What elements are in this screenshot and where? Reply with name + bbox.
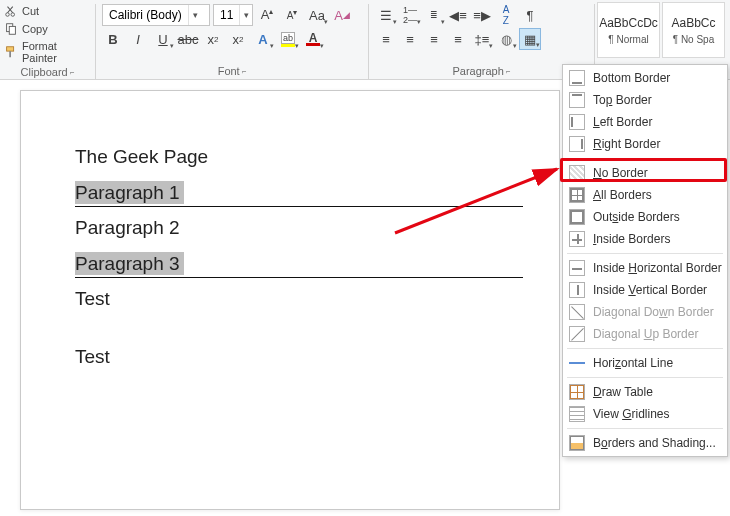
bottom-border-icon <box>569 70 585 86</box>
paintbrush-icon <box>4 45 18 59</box>
menu-right-border[interactable]: Right Border <box>563 133 727 155</box>
decrease-indent-button[interactable]: ◀≡ <box>447 4 469 26</box>
clear-formatting-button[interactable]: A◢ <box>331 4 353 26</box>
align-center-button[interactable]: ≡ <box>399 28 421 50</box>
increase-indent-button[interactable]: ≡▶ <box>471 4 493 26</box>
shrink-font-button[interactable]: A▾ <box>281 4 303 26</box>
borders-shading-icon <box>569 435 585 451</box>
menu-inside-horizontal[interactable]: Inside Horizontal Border <box>563 257 727 279</box>
horizontal-line-icon <box>569 355 585 371</box>
paragraph-group: ☰▾ 1—2—▾ ≣▾ ◀≡ ≡▶ AZ ¶ ≡ ≡ ≡ ≡ ‡≡▾ ◍▾ ▦▾… <box>369 0 594 79</box>
style-normal[interactable]: AaBbCcDc ¶ Normal <box>597 2 660 58</box>
diagonal-up-icon <box>569 326 585 342</box>
right-border-icon <box>569 136 585 152</box>
svg-rect-4 <box>7 47 14 51</box>
multilevel-list-button[interactable]: ≣▾ <box>423 4 445 26</box>
copy-label: Copy <box>22 23 48 35</box>
strikethrough-button[interactable]: abc <box>177 28 199 50</box>
style-preview: AaBbCc <box>671 16 715 30</box>
top-border-icon <box>569 92 585 108</box>
borders-button[interactable]: ▦▾ <box>519 28 541 50</box>
bold-button[interactable]: B <box>102 28 124 50</box>
style-name: ¶ Normal <box>608 34 648 45</box>
menu-diagonal-up: Diagonal Up Border <box>563 323 727 345</box>
svg-point-1 <box>11 13 15 17</box>
font-group-label: Font ⌐ <box>102 65 362 79</box>
font-size-value: 11 <box>214 8 239 22</box>
format-painter-label: Format Painter <box>22 40 91 64</box>
all-borders-icon <box>569 187 585 203</box>
format-painter-button[interactable]: Format Painter <box>4 38 91 66</box>
align-left-button[interactable]: ≡ <box>375 28 397 50</box>
font-color-button[interactable]: A▾ <box>302 28 324 50</box>
text-effects-button[interactable]: A▾ <box>252 28 274 50</box>
scissors-icon <box>4 4 18 18</box>
justify-button[interactable]: ≡ <box>447 28 469 50</box>
line-spacing-button[interactable]: ‡≡▾ <box>471 28 493 50</box>
document-page[interactable]: The Geek Page Paragraph 1 Paragraph 2 Pa… <box>20 90 560 510</box>
test-1: Test <box>75 288 523 310</box>
inside-vertical-icon <box>569 282 585 298</box>
grow-font-button[interactable]: A▴ <box>256 4 278 26</box>
chevron-down-icon[interactable]: ▾ <box>239 5 252 25</box>
font-name-value: Calibri (Body) <box>103 8 188 22</box>
svg-rect-5 <box>9 51 11 57</box>
borders-dropdown-menu: Bottom Border Top Border Left Border Rig… <box>562 64 728 457</box>
menu-all-borders[interactable]: All Borders <box>563 184 727 206</box>
menu-inside-borders[interactable]: Inside Borders <box>563 228 727 250</box>
superscript-button[interactable]: x2 <box>227 28 249 50</box>
inside-horizontal-icon <box>569 260 585 276</box>
gridlines-icon <box>569 406 585 422</box>
shading-button[interactable]: ◍▾ <box>495 28 517 50</box>
svg-rect-3 <box>9 26 15 34</box>
show-marks-button[interactable]: ¶ <box>519 4 541 26</box>
para-3: Paragraph 3 <box>75 253 523 275</box>
numbering-button[interactable]: 1—2—▾ <box>399 4 421 26</box>
menu-draw-table[interactable]: Draw Table <box>563 381 727 403</box>
menu-borders-shading[interactable]: Borders and Shading... <box>563 432 727 454</box>
copy-icon <box>4 22 18 36</box>
bullets-button[interactable]: ☰▾ <box>375 4 397 26</box>
svg-point-0 <box>6 13 10 17</box>
style-name: ¶ No Spa <box>673 34 715 45</box>
menu-view-gridlines[interactable]: View Gridlines <box>563 403 727 425</box>
outside-borders-icon <box>569 209 585 225</box>
sort-button[interactable]: AZ <box>495 4 517 26</box>
menu-top-border[interactable]: Top Border <box>563 89 727 111</box>
underline-button[interactable]: U▾ <box>152 28 174 50</box>
paragraph-launcher-icon[interactable]: ⌐ <box>506 67 511 76</box>
selection: Paragraph 1 <box>75 181 184 204</box>
menu-diagonal-down: Diagonal Down Border <box>563 301 727 323</box>
left-border-icon <box>569 114 585 130</box>
italic-button[interactable]: I <box>127 28 149 50</box>
inside-borders-icon <box>569 231 585 247</box>
subscript-button[interactable]: x2 <box>202 28 224 50</box>
menu-separator <box>567 253 723 254</box>
menu-left-border[interactable]: Left Border <box>563 111 727 133</box>
clipboard-group: Cut Copy Format Painter Clipboard ⌐ <box>0 0 95 79</box>
annotation-highlight <box>560 158 727 182</box>
menu-inside-vertical[interactable]: Inside Vertical Border <box>563 279 727 301</box>
style-no-spacing[interactable]: AaBbCc ¶ No Spa <box>662 2 725 58</box>
menu-horizontal-line[interactable]: Horizontal Line <box>563 352 727 374</box>
cut-label: Cut <box>22 5 39 17</box>
cut-button[interactable]: Cut <box>4 2 91 20</box>
highlight-color-button[interactable]: ab▾ <box>277 28 299 50</box>
font-size-combo[interactable]: 11 ▾ <box>213 4 253 26</box>
diagonal-down-icon <box>569 304 585 320</box>
font-launcher-icon[interactable]: ⌐ <box>242 67 247 76</box>
menu-separator <box>567 348 723 349</box>
test-2: Test <box>75 346 523 368</box>
clipboard-launcher-icon[interactable]: ⌐ <box>70 68 75 77</box>
paragraph-group-label: Paragraph ⌐ <box>375 65 588 79</box>
font-group: Calibri (Body) ▾ 11 ▾ A▴ A▾ Aa▾ A◢ B I U… <box>96 0 368 79</box>
menu-bottom-border[interactable]: Bottom Border <box>563 67 727 89</box>
change-case-button[interactable]: Aa▾ <box>306 4 328 26</box>
menu-separator <box>567 377 723 378</box>
copy-button[interactable]: Copy <box>4 20 91 38</box>
hr-2 <box>75 277 523 278</box>
align-right-button[interactable]: ≡ <box>423 28 445 50</box>
chevron-down-icon[interactable]: ▾ <box>188 5 202 25</box>
font-name-combo[interactable]: Calibri (Body) ▾ <box>102 4 210 26</box>
menu-outside-borders[interactable]: Outside Borders <box>563 206 727 228</box>
